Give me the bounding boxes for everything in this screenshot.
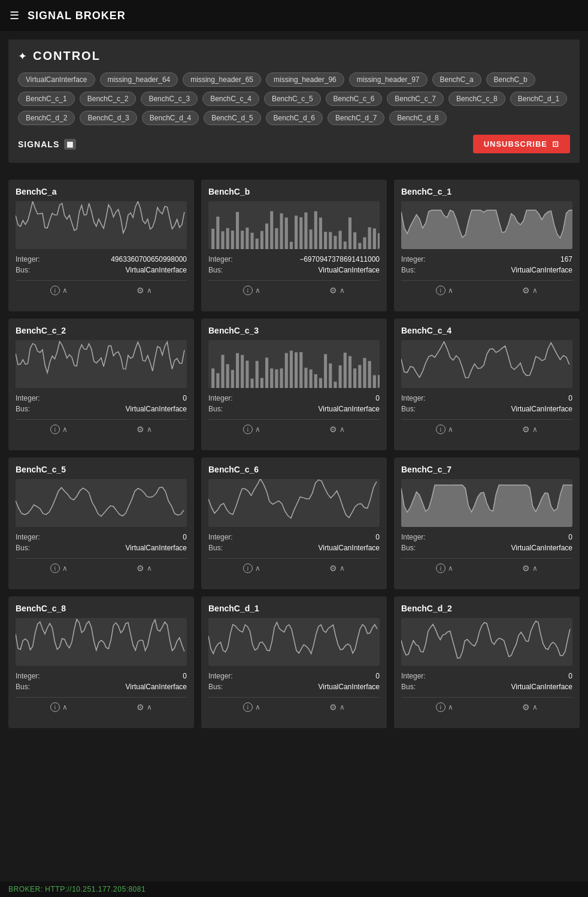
tag-benchc-a[interactable]: BenchC_a — [432, 72, 481, 87]
card-actions: i ∧ ⚙ ∧ — [16, 280, 187, 295]
info-button[interactable]: i ∧ — [50, 702, 68, 712]
tag-missing-header-97[interactable]: missing_header_97 — [349, 72, 428, 87]
settings-button[interactable]: ⚙ ∧ — [522, 702, 538, 712]
integer-value: 0 — [183, 533, 187, 541]
info-button[interactable]: i ∧ — [50, 286, 68, 295]
control-panel: ✦ CONTROL VirtualCanInterfacemissing_hea… — [8, 40, 580, 163]
info-chevron: ∧ — [448, 425, 453, 434]
settings-button[interactable]: ⚙ ∧ — [137, 425, 152, 434]
integer-label: Integer: — [16, 255, 40, 263]
card-integer-row: Integer: 0 — [16, 394, 187, 402]
signals-icon[interactable]: ▦ — [64, 139, 76, 150]
info-icon: i — [436, 702, 445, 712]
info-button[interactable]: i ∧ — [243, 563, 260, 573]
tag-benchc-d-2[interactable]: BenchC_d_2 — [18, 111, 75, 125]
tag-missing-header-96[interactable]: missing_header_96 — [266, 72, 344, 87]
svg-rect-61 — [339, 365, 342, 388]
tag-benchc-d-3[interactable]: BenchC_d_3 — [80, 111, 137, 125]
svg-rect-66 — [363, 358, 366, 388]
settings-button[interactable]: ⚙ ∧ — [522, 425, 538, 434]
bus-label: Bus: — [401, 683, 416, 691]
svg-rect-41 — [241, 355, 244, 388]
svg-rect-30 — [358, 243, 361, 249]
settings-button[interactable]: ⚙ ∧ — [329, 563, 345, 573]
tag-benchc-c-2[interactable]: BenchC_c_2 — [80, 92, 137, 106]
tag-benchc-d-7[interactable]: BenchC_d_7 — [328, 111, 384, 125]
tag-benchc-b[interactable]: BenchC_b — [486, 72, 535, 87]
settings-button[interactable]: ⚙ ∧ — [329, 425, 345, 434]
svg-rect-26 — [339, 231, 342, 249]
card-bus-row: Bus: VirtualCanInterface — [16, 683, 187, 691]
settings-chevron: ∧ — [147, 703, 152, 711]
settings-chevron: ∧ — [147, 564, 152, 572]
tag-benchc-d-5[interactable]: BenchC_d_5 — [204, 111, 260, 125]
info-button[interactable]: i ∧ — [243, 425, 260, 434]
integer-label: Integer: — [401, 672, 426, 680]
card-integer-row: Integer: 167 — [401, 255, 572, 263]
info-button[interactable]: i ∧ — [436, 702, 453, 712]
card-actions: i ∧ ⚙ ∧ — [401, 419, 572, 434]
svg-rect-13 — [275, 228, 278, 249]
svg-rect-36 — [216, 373, 219, 388]
info-chevron: ∧ — [448, 564, 453, 572]
svg-rect-68 — [373, 375, 376, 388]
card-bus-row: Bus: VirtualCanInterface — [401, 544, 572, 552]
svg-rect-29 — [353, 232, 356, 249]
svg-rect-51 — [290, 351, 293, 388]
card-bus-row: Bus: VirtualCanInterface — [401, 405, 572, 413]
tag-missing-header-65[interactable]: missing_header_65 — [183, 72, 261, 87]
tag-benchc-c-8[interactable]: BenchC_c_8 — [448, 92, 505, 106]
info-button[interactable]: i ∧ — [436, 425, 453, 434]
tag-benchc-d-8[interactable]: BenchC_d_8 — [389, 111, 446, 125]
info-icon: i — [50, 425, 60, 434]
tag-benchc-c-1[interactable]: BenchC_c_1 — [18, 92, 75, 106]
tag-benchc-c-3[interactable]: BenchC_c_3 — [141, 92, 198, 106]
info-icon: i — [436, 286, 445, 295]
settings-button[interactable]: ⚙ ∧ — [137, 286, 152, 295]
tag-benchc-d-6[interactable]: BenchC_d_6 — [266, 111, 323, 125]
card-integer-row: Integer: 0 — [16, 672, 187, 680]
svg-rect-14 — [280, 213, 283, 249]
svg-rect-35 — [211, 368, 214, 388]
menu-icon[interactable]: ☰ — [10, 9, 19, 22]
settings-button[interactable]: ⚙ ∧ — [137, 702, 152, 712]
info-button[interactable]: i ∧ — [243, 286, 260, 295]
svg-rect-10 — [260, 231, 263, 249]
info-button[interactable]: i ∧ — [436, 563, 453, 573]
settings-button[interactable]: ⚙ ∧ — [329, 702, 345, 712]
unsubscribe-button[interactable]: UNSUBSCRIBE ⊡ — [473, 135, 570, 153]
tag-missing-header-64[interactable]: missing_header_64 — [100, 72, 178, 87]
chart-area — [16, 618, 187, 666]
tag-virtualcaninterface[interactable]: VirtualCanInterface — [18, 72, 95, 87]
app-title: SIGNAL BROKER — [28, 10, 126, 22]
settings-button[interactable]: ⚙ ∧ — [522, 563, 538, 573]
control-panel-header: ✦ CONTROL — [18, 49, 570, 63]
card-bus-row: Bus: VirtualCanInterface — [16, 405, 187, 413]
tag-benchc-d-1[interactable]: BenchC_d_1 — [510, 92, 567, 106]
info-button[interactable]: i ∧ — [436, 286, 453, 295]
settings-button[interactable]: ⚙ ∧ — [522, 286, 538, 295]
bus-value: VirtualCanInterface — [125, 544, 187, 552]
svg-rect-54 — [304, 368, 307, 388]
card-title: BenchC_a — [16, 187, 187, 196]
info-chevron: ∧ — [62, 703, 68, 711]
gear-icon: ⚙ — [329, 286, 337, 295]
card-bus-row: Bus: VirtualCanInterface — [208, 266, 380, 274]
info-button[interactable]: i ∧ — [50, 563, 68, 573]
tag-benchc-c-5[interactable]: BenchC_c_5 — [264, 92, 321, 106]
bus-label: Bus: — [208, 266, 223, 274]
card-integer-row: Integer: 0 — [401, 672, 572, 680]
tag-benchc-c-7[interactable]: BenchC_c_7 — [387, 92, 444, 106]
settings-button[interactable]: ⚙ ∧ — [137, 563, 152, 573]
info-button[interactable]: i ∧ — [243, 702, 260, 712]
card-title: BenchC_c_4 — [401, 326, 572, 335]
settings-button[interactable]: ⚙ ∧ — [329, 286, 345, 295]
integer-label: Integer: — [401, 394, 426, 402]
card-bus-row: Bus: VirtualCanInterface — [208, 683, 380, 691]
info-button[interactable]: i ∧ — [50, 425, 68, 434]
tag-benchc-d-4[interactable]: BenchC_d_4 — [142, 111, 199, 125]
bus-label: Bus: — [16, 266, 30, 274]
tag-benchc-c-4[interactable]: BenchC_c_4 — [202, 92, 259, 106]
info-chevron: ∧ — [448, 703, 453, 711]
tag-benchc-c-6[interactable]: BenchC_c_6 — [326, 92, 383, 106]
